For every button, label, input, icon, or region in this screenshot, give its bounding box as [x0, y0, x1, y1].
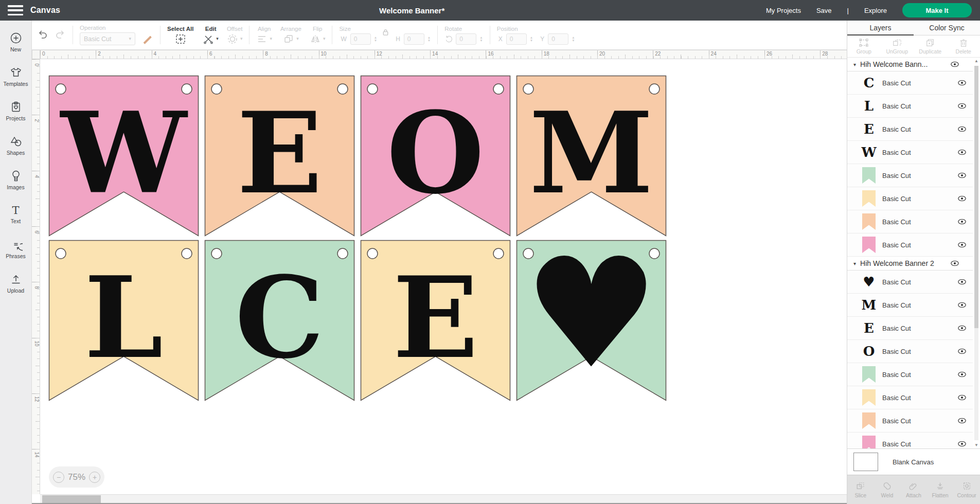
layer-row[interactable]: M Basic Cut [847, 294, 973, 317]
weld-button[interactable]: Weld [874, 475, 901, 504]
sidebar-item-projects[interactable]: Projects [0, 94, 32, 128]
sidebar-item-shapes[interactable]: Shapes [0, 128, 32, 163]
visibility-eye-icon[interactable] [957, 371, 967, 377]
visibility-eye-icon[interactable] [957, 172, 967, 178]
flip-group[interactable]: Flip ▾ [310, 26, 326, 45]
layer-group-header-2[interactable]: ▾ Hih Welcome Banner 2 [847, 257, 973, 271]
collapse-triangle-icon[interactable]: ▾ [853, 261, 856, 266]
height-stepper[interactable]: ▲▼ [427, 36, 431, 42]
layer-row[interactable]: Basic Cut [847, 409, 973, 433]
attach-button[interactable]: Attach [900, 475, 927, 504]
edit-group[interactable]: Edit ▾ [203, 26, 219, 45]
panel-scrollbar[interactable]: ▲ ▼ [974, 59, 979, 447]
position-y-stepper[interactable]: ▲▼ [572, 36, 575, 42]
rotate-input[interactable]: 0 [456, 33, 476, 45]
banner-pennant-w[interactable]: W [48, 75, 199, 237]
layer-row[interactable]: O Basic Cut [847, 340, 973, 363]
slice-button[interactable]: Slice [847, 475, 874, 504]
banner-pennant-e2[interactable]: E [360, 240, 511, 401]
offset-group[interactable]: Offset ▾ [227, 26, 243, 45]
align-group[interactable]: Align ▾ [256, 26, 272, 45]
layer-row[interactable]: Basic Cut [847, 210, 973, 233]
visibility-eye-icon[interactable] [957, 126, 967, 132]
visibility-eye-icon[interactable] [957, 394, 967, 401]
layer-row[interactable]: Basic Cut [847, 386, 973, 409]
blank-canvas-swatch[interactable] [853, 453, 878, 471]
redo-icon[interactable] [54, 29, 66, 41]
undo-icon[interactable] [37, 29, 49, 41]
sidebar-item-upload[interactable]: Upload [0, 266, 32, 300]
lock-icon[interactable] [382, 28, 389, 36]
layer-row[interactable]: Basic Cut [847, 433, 973, 448]
visibility-eye-icon[interactable] [957, 302, 967, 308]
contour-button[interactable]: Contour [953, 475, 980, 504]
sidebar-item-text[interactable]: T Text [0, 197, 32, 231]
width-stepper[interactable]: ▲▼ [374, 36, 377, 42]
rotate-stepper[interactable]: ▲▼ [479, 36, 483, 42]
layer-row[interactable]: L Basic Cut [847, 95, 973, 118]
explore-link[interactable]: Explore [864, 7, 887, 14]
sidebar-item-templates[interactable]: Templates [0, 59, 32, 94]
banner-pennant-heart[interactable]: ♥ [516, 240, 667, 401]
banner-pennant-e1[interactable]: E [204, 75, 355, 237]
visibility-eye-icon[interactable] [957, 279, 967, 285]
blank-canvas-row[interactable]: Blank Canvas [847, 448, 980, 475]
width-input[interactable]: 0 [350, 33, 371, 45]
banner-pennant-m[interactable]: M [516, 75, 667, 237]
group-button[interactable]: Group [847, 35, 881, 57]
make-it-button[interactable]: Make It [902, 3, 972, 17]
layer-row[interactable]: E Basic Cut [847, 118, 973, 141]
scrollbar-thumb[interactable] [42, 495, 101, 503]
visibility-eye-icon[interactable] [950, 61, 959, 67]
visibility-eye-icon[interactable] [957, 219, 967, 225]
layer-group-header-1[interactable]: ▾ Hih Welcome Bann... [847, 58, 973, 71]
scrollbar-thumb[interactable] [974, 66, 978, 328]
layer-row[interactable]: ♥ Basic Cut [847, 271, 973, 294]
position-y-input[interactable]: 0 [548, 33, 568, 45]
visibility-eye-icon[interactable] [950, 260, 959, 266]
linetype-pen-icon[interactable] [142, 33, 153, 45]
scroll-down-icon[interactable]: ▼ [974, 443, 979, 447]
design-canvas[interactable]: W E O M L C E ♥ − 75% + [40, 59, 847, 494]
banner-pennant-l[interactable]: L [48, 240, 199, 401]
banner-pennant-c[interactable]: C [204, 240, 355, 401]
layer-row[interactable]: W Basic Cut [847, 141, 973, 164]
scroll-up-icon[interactable]: ▲ [974, 59, 979, 63]
ungroup-button[interactable]: UnGroup [881, 35, 914, 57]
sidebar-item-images[interactable]: Images [0, 163, 32, 197]
visibility-eye-icon[interactable] [957, 242, 967, 248]
visibility-eye-icon[interactable] [957, 103, 967, 109]
arrange-group[interactable]: Arrange ▾ [280, 26, 301, 45]
banner-pennant-o[interactable]: O [360, 75, 511, 237]
select-all-group[interactable]: Select All [167, 26, 193, 45]
visibility-eye-icon[interactable] [957, 195, 967, 202]
visibility-eye-icon[interactable] [957, 418, 967, 424]
layer-row[interactable]: C Basic Cut [847, 71, 973, 95]
menu-icon[interactable] [8, 5, 23, 15]
visibility-eye-icon[interactable] [957, 441, 967, 447]
zoom-out-button[interactable]: − [53, 472, 64, 483]
position-x-input[interactable]: 0 [506, 33, 527, 45]
delete-button[interactable]: Delete [947, 35, 980, 57]
visibility-eye-icon[interactable] [957, 149, 967, 155]
layer-row[interactable]: Basic Cut [847, 164, 973, 187]
sidebar-item-new[interactable]: New [0, 25, 32, 59]
collapse-triangle-icon[interactable]: ▾ [853, 62, 856, 67]
layer-row[interactable]: Basic Cut [847, 233, 973, 257]
height-input[interactable]: 0 [404, 33, 424, 45]
horizontal-scrollbar[interactable] [40, 494, 847, 503]
save-link[interactable]: Save [816, 7, 832, 14]
operation-select[interactable]: Basic Cut▾ [80, 32, 135, 45]
tab-color-sync[interactable]: Color Sync [914, 21, 980, 35]
layer-row[interactable]: Basic Cut [847, 363, 973, 386]
layer-row[interactable]: Basic Cut [847, 187, 973, 210]
my-projects-link[interactable]: My Projects [766, 7, 801, 14]
layer-row[interactable]: E Basic Cut [847, 317, 973, 340]
sidebar-item-phrases[interactable]: Phrases [0, 231, 32, 266]
visibility-eye-icon[interactable] [957, 80, 967, 86]
zoom-in-button[interactable]: + [89, 472, 100, 483]
tab-layers[interactable]: Layers [847, 21, 914, 35]
duplicate-button[interactable]: Duplicate [914, 35, 947, 57]
visibility-eye-icon[interactable] [957, 348, 967, 354]
position-x-stepper[interactable]: ▲▼ [530, 36, 533, 42]
